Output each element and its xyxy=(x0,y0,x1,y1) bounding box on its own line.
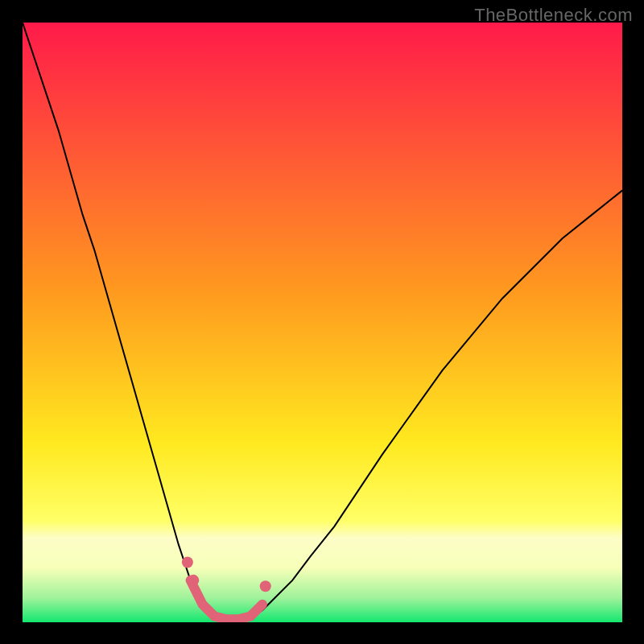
chart-svg xyxy=(23,23,622,622)
chart-container xyxy=(23,23,622,622)
highlight-dot-1 xyxy=(188,575,199,586)
chart-background xyxy=(23,23,622,622)
highlight-dot-0 xyxy=(182,557,193,568)
watermark-text: TheBottleneck.com xyxy=(474,5,633,26)
highlight-dot-2 xyxy=(260,580,271,592)
